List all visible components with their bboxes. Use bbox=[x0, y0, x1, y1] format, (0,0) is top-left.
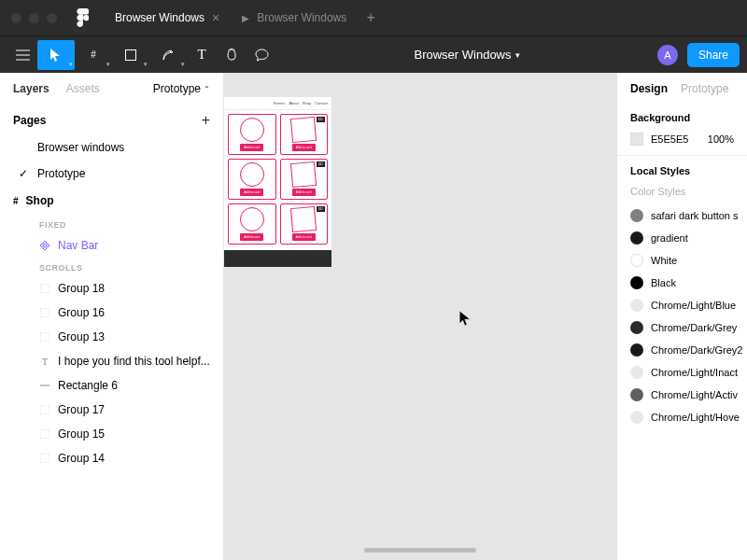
tab-prototype[interactable]: Prototype ⌃ bbox=[153, 82, 210, 95]
style-item[interactable]: Chrome/Light/Inact bbox=[630, 361, 734, 384]
close-tab-icon[interactable]: × bbox=[212, 10, 219, 25]
page-item[interactable]: Browser windows bbox=[0, 134, 223, 161]
svg-rect-7 bbox=[40, 454, 49, 463]
chevron-down-icon: ▾ bbox=[144, 61, 148, 68]
avatar[interactable]: A bbox=[657, 45, 678, 65]
group-icon bbox=[39, 331, 50, 343]
color-swatch bbox=[630, 276, 643, 289]
chevron-down-icon: ▾ bbox=[515, 50, 520, 60]
frame-icon: # bbox=[13, 196, 19, 206]
color-swatch bbox=[630, 231, 643, 245]
pages-header: Pages bbox=[13, 114, 46, 127]
background-swatch[interactable] bbox=[630, 133, 643, 146]
tab-prototype-right[interactable]: Prototype bbox=[681, 82, 728, 95]
layer-item[interactable]: Group 13 bbox=[0, 325, 223, 349]
move-tool[interactable]: ▾ bbox=[37, 40, 75, 70]
new-tab-button[interactable]: + bbox=[358, 9, 384, 26]
layer-item[interactable]: Group 14 bbox=[0, 446, 223, 470]
product-card: Add to cart bbox=[228, 114, 276, 155]
traffic-lights[interactable] bbox=[11, 13, 57, 23]
svg-rect-1 bbox=[40, 284, 49, 293]
shape-tool[interactable]: ▾ bbox=[112, 40, 149, 70]
chevron-down-icon: ▾ bbox=[106, 61, 110, 68]
product-card: Add to cart bbox=[228, 159, 276, 200]
tab-layers[interactable]: Layers bbox=[13, 82, 49, 95]
add-page-button[interactable]: + bbox=[202, 112, 210, 129]
toolbar: ▾ # ▾ ▾ ▾ T Browser Windows ▾ A Share bbox=[0, 35, 747, 73]
background-hex[interactable]: E5E5E5 bbox=[651, 133, 688, 145]
style-item[interactable]: Chrome/Light/Blue bbox=[630, 294, 734, 316]
layer-item[interactable]: Group 18 bbox=[0, 276, 223, 301]
line-icon bbox=[39, 380, 50, 391]
style-item[interactable]: White bbox=[630, 249, 734, 272]
minimize-window-icon[interactable] bbox=[29, 13, 39, 23]
maximize-window-icon[interactable] bbox=[47, 13, 57, 23]
layer-item[interactable]: TI hope you find this tool helpf... bbox=[0, 349, 223, 373]
left-panel: Layers Assets Prototype ⌃ Pages + Browse… bbox=[0, 73, 224, 560]
horizontal-scrollbar[interactable] bbox=[364, 548, 476, 553]
tab-active[interactable]: Browser Windows × bbox=[104, 0, 231, 35]
share-button[interactable]: Share bbox=[687, 43, 740, 67]
style-item[interactable]: gradient bbox=[630, 227, 734, 249]
tab-label: Browser Windows bbox=[257, 11, 346, 24]
tab-label: Browser Windows bbox=[115, 11, 204, 24]
style-item[interactable]: Chrome/Dark/Grey2 bbox=[630, 339, 734, 361]
tab-design[interactable]: Design bbox=[630, 82, 668, 95]
layer-item[interactable]: Rectangle 6 bbox=[0, 373, 223, 398]
style-name: gradient bbox=[651, 232, 688, 244]
style-name: Chrome/Light/Blue bbox=[651, 300, 736, 311]
tab-assets[interactable]: Assets bbox=[66, 82, 100, 95]
color-swatch bbox=[630, 299, 643, 312]
color-swatch bbox=[630, 209, 643, 222]
right-panel: Design Prototype Background E5E5E5 100% … bbox=[616, 73, 747, 560]
style-item[interactable]: Chrome/Dark/Grey bbox=[630, 316, 734, 339]
hand-tool[interactable] bbox=[217, 40, 247, 70]
style-name: Black bbox=[651, 277, 676, 288]
check-icon: ✓ bbox=[19, 167, 28, 180]
background-label: Background bbox=[630, 112, 734, 123]
layer-item[interactable]: Group 15 bbox=[0, 422, 223, 446]
frame-footer bbox=[224, 250, 331, 267]
tab-inactive[interactable]: ▶ Browser Windows bbox=[231, 0, 358, 35]
group-icon bbox=[39, 404, 50, 415]
document-title[interactable]: Browser Windows ▾ bbox=[276, 48, 657, 62]
svg-rect-3 bbox=[40, 332, 49, 342]
product-card: $12Add to cart bbox=[280, 203, 329, 245]
frame-tool[interactable]: # ▾ bbox=[75, 40, 112, 70]
color-swatch bbox=[630, 366, 643, 379]
chevron-down-icon: ▾ bbox=[181, 61, 185, 68]
style-item[interactable]: Chrome/Light/Activ bbox=[630, 384, 734, 406]
pen-tool[interactable]: ▾ bbox=[149, 40, 187, 70]
background-opacity[interactable]: 100% bbox=[708, 133, 734, 145]
style-name: White bbox=[651, 255, 677, 266]
layer-item[interactable]: Group 16 bbox=[0, 301, 223, 325]
svg-rect-5 bbox=[40, 405, 49, 414]
style-name: Chrome/Light/Hove bbox=[651, 412, 740, 423]
canvas-frame[interactable]: Events About Shop Contact Add to cart $1… bbox=[224, 97, 331, 267]
layer-item[interactable]: Group 17 bbox=[0, 398, 223, 422]
group-icon bbox=[39, 453, 50, 464]
chevron-down-icon: ▾ bbox=[69, 61, 73, 68]
style-item[interactable]: Black bbox=[630, 272, 734, 294]
local-styles-label: Local Styles bbox=[630, 165, 734, 176]
comment-tool[interactable] bbox=[247, 40, 276, 70]
hamburger-menu-icon[interactable] bbox=[7, 40, 37, 70]
cursor-icon bbox=[459, 311, 472, 326]
close-window-icon[interactable] bbox=[11, 13, 21, 23]
style-item[interactable]: Chrome/Light/Hove bbox=[630, 406, 734, 428]
text-tool[interactable]: T bbox=[187, 40, 217, 70]
style-name: Chrome/Dark/Grey bbox=[651, 322, 737, 333]
style-item[interactable]: safari dark button s bbox=[630, 204, 734, 227]
layer-item-navbar[interactable]: Nav Bar bbox=[0, 233, 223, 258]
canvas[interactable]: Events About Shop Contact Add to cart $1… bbox=[224, 73, 616, 560]
layer-frame[interactable]: # Shop bbox=[0, 187, 223, 215]
svg-rect-0 bbox=[126, 49, 136, 60]
product-card: $12Add to cart bbox=[280, 159, 329, 200]
page-item[interactable]: ✓ Prototype bbox=[0, 161, 223, 187]
layer-section-fixed: FIXED bbox=[0, 215, 223, 233]
figma-logo-icon[interactable] bbox=[76, 8, 89, 27]
frame-navbar: Events About Shop Contact bbox=[224, 97, 331, 110]
titlebar: Browser Windows × ▶ Browser Windows + bbox=[0, 0, 747, 35]
style-name: Chrome/Light/Activ bbox=[651, 389, 738, 400]
style-name: Chrome/Light/Inact bbox=[651, 367, 738, 378]
